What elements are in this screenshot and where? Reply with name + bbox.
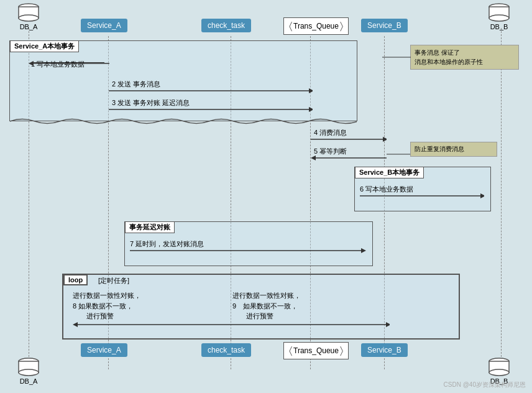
arrow7-svg [130, 248, 366, 253]
participant-service-a-top: Service_A [81, 19, 127, 32]
frame-service-b-transaction: Service_B本地事务 6 写本地业务数据 [354, 167, 491, 211]
arrow6-svg [360, 193, 484, 198]
svg-marker-23 [73, 322, 78, 327]
participant-service-a-bottom: Service_A [81, 343, 127, 357]
svg-point-2 [19, 15, 39, 21]
svg-marker-25 [386, 322, 390, 327]
queue-right-bracket: 〉 [340, 21, 343, 32]
step8-label: 进行数据一致性对账，8 如果数据不一致， 进行预警 [73, 290, 141, 321]
service-a-bottom-box: Service_A [81, 343, 127, 357]
db-a-bottom-label: DB_A [20, 377, 38, 385]
arrow1-svg [29, 61, 109, 66]
participant-db-a-top: DB_A [17, 3, 40, 30]
arrow3-svg [109, 107, 313, 112]
note-line2 [387, 152, 411, 157]
loop-label: loop [63, 274, 88, 285]
loop-condition: [定时任务] [98, 276, 129, 285]
participant-service-b-top: Service_B [361, 19, 408, 32]
svg-point-31 [489, 369, 509, 376]
svg-marker-14 [383, 137, 387, 142]
arrow2-svg [109, 88, 313, 93]
arrow5-svg [311, 155, 387, 160]
svg-marker-9 [309, 88, 313, 93]
queue-left-bracket: 〈 [289, 21, 292, 32]
frame-delayed-reconciliation: 事务延迟对账 7 延时到，发送对账消息 [124, 221, 373, 266]
participant-trans-queue-bottom: 〈 Trans_Queue 〉 [283, 342, 349, 359]
db-b-icon-bottom [488, 358, 510, 376]
service-a-top-box: Service_A [81, 19, 127, 32]
wavy-bottom-frame1 [10, 117, 357, 126]
note-transaction-guarantee: 事务消息 保证了消息和本地操作的原子性 [410, 45, 519, 70]
service-b-bottom-box: Service_B [361, 343, 408, 357]
arrow8-svg [73, 322, 232, 327]
participant-trans-queue-top: 〈 Trans_Queue 〉 [283, 17, 349, 35]
db-b-icon-top [488, 3, 510, 22]
db-a-top-label: DB_A [20, 23, 38, 30]
svg-marker-11 [309, 107, 313, 112]
svg-marker-21 [361, 248, 366, 253]
db-a-icon-bottom [17, 358, 40, 376]
step4-label: 4 消费消息 [314, 128, 347, 137]
watermark: CSDN @40岁资深架构师尼恩 [444, 381, 526, 389]
participant-service-b-bottom: Service_B [361, 343, 408, 357]
check-task-bottom-box: check_task [201, 343, 251, 357]
sequence-diagram: DB_A Service_A check_task 〈 Trans_Queue … [0, 0, 532, 393]
step7-label: 7 延时到，发送对账消息 [130, 239, 204, 249]
db-b-top-label: DB_B [490, 23, 508, 30]
frame-service-b-label: Service_B本地事务 [355, 167, 424, 178]
participant-check-task-bottom: check_task [201, 343, 251, 357]
participant-db-a-bottom: DB_A [17, 358, 40, 385]
step6-label: 6 写本地业务数据 [360, 185, 413, 194]
step3-label: 3 发送 事务对账 延迟消息 [112, 98, 190, 108]
step2-label: 2 发送 事务消息 [112, 80, 160, 89]
note-deduplicate: 防止重复消费消息 [410, 142, 497, 157]
frame-loop: loop [定时任务] 进行数据一致性对账，8 如果数据不一致， 进行预警 进行… [62, 274, 460, 340]
svg-marker-7 [29, 61, 34, 66]
svg-marker-19 [480, 193, 484, 198]
arrow4-svg [311, 137, 387, 142]
svg-point-5 [489, 15, 509, 21]
step9-label: 进行数据一致性对账，9 如果数据不一致， 进行预警 [232, 290, 301, 321]
svg-point-28 [19, 369, 39, 376]
note-line1 [382, 55, 412, 60]
svg-marker-16 [311, 155, 316, 160]
participant-db-b-top: DB_B [488, 3, 510, 30]
check-task-top-box: check_task [201, 19, 251, 32]
trans-queue-bottom-box: 〈 Trans_Queue 〉 [283, 342, 349, 359]
db-icon [17, 3, 40, 22]
participant-check-task-top: check_task [201, 19, 251, 32]
trans-queue-top-box: 〈 Trans_Queue 〉 [283, 17, 349, 35]
service-b-top-box: Service_B [361, 19, 408, 32]
lifeline-db-b [501, 28, 502, 363]
step5-label: 5 幂等判断 [314, 147, 347, 156]
frame-delayed-label: 事务延迟对账 [125, 221, 175, 233]
frame-service-a-label: Service_A本地事务 [10, 40, 79, 52]
arrow9-svg [232, 322, 390, 327]
